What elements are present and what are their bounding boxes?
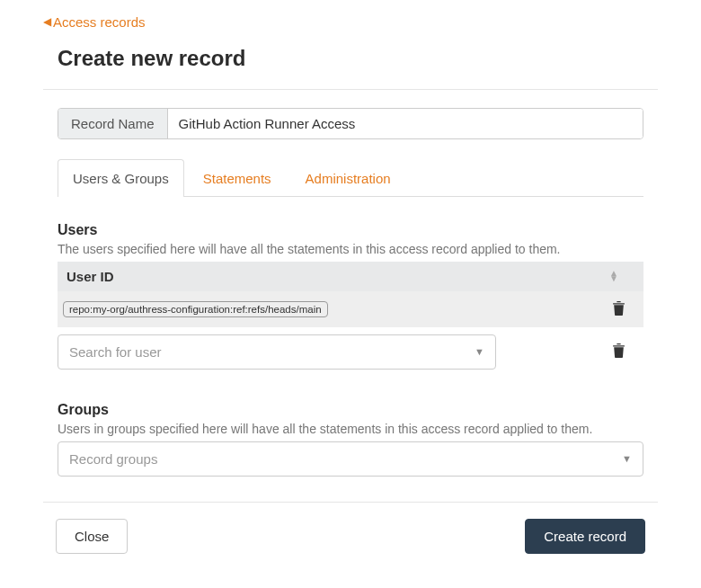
column-user-id: User ID <box>67 269 114 284</box>
record-name-group: Record Name <box>58 108 643 139</box>
caret-left-icon: ◀ <box>43 15 51 28</box>
page-title: Create new record <box>43 46 658 71</box>
groups-heading: Groups <box>58 402 643 418</box>
record-name-label: Record Name <box>58 109 168 138</box>
trash-icon <box>612 343 626 358</box>
tab-statements[interactable]: Statements <box>188 159 287 197</box>
groups-select[interactable]: Record groups ▼ <box>58 441 643 477</box>
divider <box>43 89 658 90</box>
trash-icon <box>612 300 626 316</box>
chevron-down-icon: ▼ <box>622 453 632 464</box>
breadcrumb-access-records[interactable]: ◀ Access records <box>43 14 146 30</box>
chevron-down-icon: ▼ <box>475 346 484 357</box>
create-record-button[interactable]: Create record <box>525 519 645 554</box>
users-heading: Users <box>58 222 643 238</box>
users-description: The users specified here will have all t… <box>58 242 643 256</box>
delete-search-row-button[interactable] <box>594 343 643 361</box>
sort-icon: ▲▼ <box>609 271 618 281</box>
close-button[interactable]: Close <box>56 519 128 554</box>
user-search-select[interactable]: Search for user ▼ <box>58 334 496 370</box>
groups-placeholder: Record groups <box>69 451 157 467</box>
tabs: Users & Groups Statements Administration <box>58 159 643 197</box>
delete-user-button[interactable] <box>599 300 638 318</box>
groups-description: Users in groups specified here will have… <box>58 422 643 436</box>
tab-administration[interactable]: Administration <box>290 159 406 197</box>
record-name-input[interactable] <box>168 109 643 138</box>
user-search-placeholder: Search for user <box>69 344 162 360</box>
breadcrumb-label: Access records <box>53 14 146 30</box>
tab-users-groups[interactable]: Users & Groups <box>58 159 184 197</box>
users-table-header[interactable]: User ID ▲▼ <box>58 262 643 291</box>
table-row: repo:my-org/authress-configuration:ref:r… <box>58 291 643 327</box>
user-chip[interactable]: repo:my-org/authress-configuration:ref:r… <box>63 301 328 317</box>
